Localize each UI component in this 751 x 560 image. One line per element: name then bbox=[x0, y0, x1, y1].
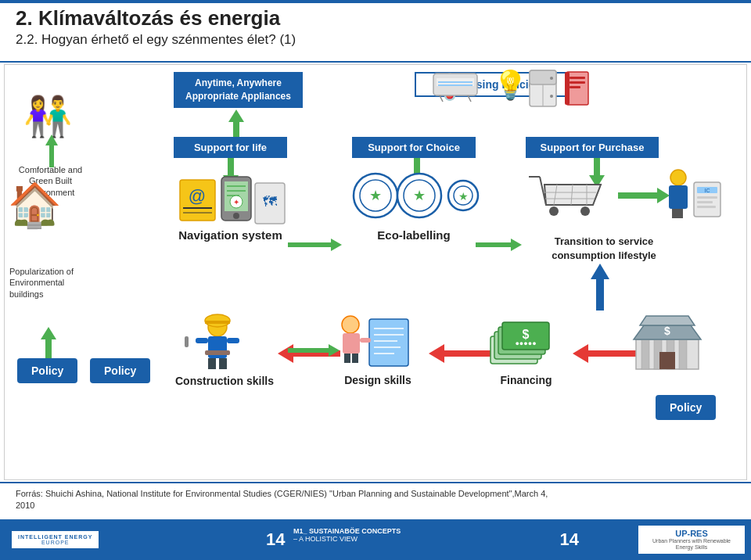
svg-rect-86 bbox=[641, 339, 649, 369]
shopping-cart-svg bbox=[526, 171, 612, 221]
svg-point-47 bbox=[580, 206, 590, 216]
svg-rect-14 bbox=[570, 86, 580, 88]
svg-rect-15 bbox=[565, 72, 570, 105]
ac-unit-svg bbox=[432, 70, 479, 103]
footer-source-text: Forrás: Shuichi Ashina, National Institu… bbox=[16, 488, 563, 512]
support-life-box: Support for life bbox=[174, 137, 287, 158]
svg-rect-12 bbox=[570, 77, 585, 79]
footer-divider bbox=[0, 482, 751, 483]
svg-rect-62 bbox=[205, 350, 230, 355]
svg-point-22 bbox=[233, 213, 239, 219]
svg-line-4 bbox=[440, 95, 443, 102]
svg-rect-65 bbox=[196, 338, 208, 343]
top-border bbox=[0, 0, 751, 3]
support-purchase-box: Support for Purchase bbox=[526, 137, 659, 158]
svg-rect-92 bbox=[659, 352, 675, 369]
svg-rect-64 bbox=[219, 358, 227, 369]
svg-rect-69 bbox=[343, 333, 360, 354]
footer-middle-text-area: M1_ SUSTAINABÖE CONCEPTS – A HOLISTIC VI… bbox=[293, 527, 401, 543]
svg-point-48 bbox=[670, 170, 686, 185]
svg-rect-55 bbox=[697, 196, 717, 199]
iee-line2: EUROPE bbox=[41, 540, 70, 545]
svg-rect-2 bbox=[438, 81, 473, 83]
svg-text:●●●●●: ●●●●● bbox=[515, 339, 536, 347]
svg-rect-70 bbox=[344, 354, 350, 363]
page-container: 2. Klímaváltozás és energia 2.2. Hogyan … bbox=[0, 0, 751, 560]
upres-text: UP-RES bbox=[645, 529, 738, 538]
svg-text:$: $ bbox=[664, 325, 670, 337]
header: 2. Klímaváltozás és energia 2.2. Hogyan … bbox=[16, 6, 735, 48]
eco-circles-svg: ★ ★ ★ bbox=[350, 171, 480, 221]
svg-rect-66 bbox=[227, 338, 239, 343]
svg-text:★: ★ bbox=[369, 188, 382, 203]
financing-label: Financing bbox=[481, 374, 571, 386]
page-number-right: 14 bbox=[560, 529, 579, 550]
page-number-left: 14 bbox=[266, 529, 285, 550]
design-skills-label: Design skills bbox=[327, 374, 429, 386]
person-icon: 👫 bbox=[23, 94, 72, 139]
content-frame bbox=[4, 64, 747, 480]
upres-logo: UP-RES Urban Planners with Renewable Ene… bbox=[638, 526, 745, 555]
green-arrow-eco-purchase bbox=[476, 239, 522, 251]
support-choice-box: Support for Choice bbox=[352, 137, 476, 158]
svg-rect-51 bbox=[677, 209, 683, 218]
bank-svg: $ bbox=[632, 311, 702, 372]
fridge-svg bbox=[528, 69, 558, 108]
navigation-system-label: Navigation system bbox=[174, 228, 287, 242]
svg-rect-67 bbox=[185, 336, 189, 347]
policy-button-3: Policy bbox=[656, 395, 716, 420]
svg-text:★: ★ bbox=[413, 188, 426, 203]
svg-rect-56 bbox=[697, 201, 713, 203]
page-subtitle: 2.2. Hogyan érhető el egy szénmentes éle… bbox=[16, 32, 735, 48]
footer-bottom-bar: INTELLIGENT ENERGY EUROPE 14 M1_ SUSTAIN… bbox=[0, 519, 751, 560]
svg-point-46 bbox=[549, 206, 559, 216]
svg-point-9 bbox=[550, 77, 553, 80]
transition-service-label: Transition to service consumption lifest… bbox=[526, 235, 682, 263]
house-icon: 🏠 bbox=[8, 180, 62, 231]
policy-button-2: Policy bbox=[90, 358, 150, 383]
svg-rect-71 bbox=[352, 354, 358, 363]
module-subtext: – A HOLISTIC VIEW bbox=[293, 535, 401, 543]
iee-line1: INTELLIGENT ENERGY bbox=[18, 534, 92, 540]
green-arrow-up-left bbox=[45, 135, 58, 167]
lightbulb-icon: 💡 bbox=[493, 69, 528, 102]
svg-text:★: ★ bbox=[458, 190, 469, 203]
eco-labelling-label: Eco-labelling bbox=[352, 228, 476, 242]
popularization-label: Popularization of Environmental building… bbox=[9, 266, 94, 300]
svg-text:IC: IC bbox=[705, 188, 710, 193]
footer: Forrás: Shuichi Ashina, National Institu… bbox=[0, 482, 751, 560]
module-text: M1_ SUSTAINABÖE CONCEPTS bbox=[293, 527, 401, 535]
green-arrow-nav-constr bbox=[288, 344, 340, 357]
footer-logo-area: INTELLIGENT ENERGY EUROPE bbox=[0, 531, 110, 548]
appliances-box: Anytime, Anywhere Appropriate Appliances bbox=[174, 72, 303, 108]
money-stack-svg: $ ●●●●● bbox=[487, 313, 561, 372]
svg-rect-60 bbox=[205, 321, 230, 324]
svg-rect-49 bbox=[669, 185, 688, 209]
green-arrow-nav-eco bbox=[288, 239, 342, 251]
design-skills-svg bbox=[327, 313, 413, 372]
svg-point-10 bbox=[550, 95, 553, 98]
svg-rect-13 bbox=[570, 81, 585, 84]
upres-subtitle: Urban Planners with Renewable Energy Ski… bbox=[645, 538, 738, 551]
blue-arrow-up-transition bbox=[591, 264, 609, 311]
svg-rect-72 bbox=[369, 319, 408, 366]
book-svg bbox=[563, 70, 591, 106]
construction-skills-label: Construction skills bbox=[174, 374, 275, 388]
policy-button-1: Policy bbox=[17, 358, 77, 383]
svg-point-68 bbox=[342, 316, 359, 333]
header-divider bbox=[0, 61, 751, 63]
nav-system-icons: @ ✦ 🗺 bbox=[178, 174, 288, 224]
svg-rect-78 bbox=[360, 338, 371, 343]
iee-logo: INTELLIGENT ENERGY EUROPE bbox=[12, 531, 99, 548]
svg-line-5 bbox=[468, 95, 471, 102]
svg-rect-57 bbox=[697, 206, 716, 208]
svg-rect-89 bbox=[679, 339, 687, 369]
svg-rect-63 bbox=[208, 358, 216, 369]
svg-text:🗺: 🗺 bbox=[263, 194, 277, 210]
svg-rect-50 bbox=[672, 209, 677, 218]
svg-text:✦: ✦ bbox=[233, 198, 239, 206]
red-arrow-finance-bank bbox=[573, 344, 641, 363]
svg-rect-3 bbox=[438, 84, 473, 86]
page-title: 2. Klímaváltozás és energia bbox=[16, 6, 735, 31]
construction-worker-svg bbox=[178, 313, 257, 372]
